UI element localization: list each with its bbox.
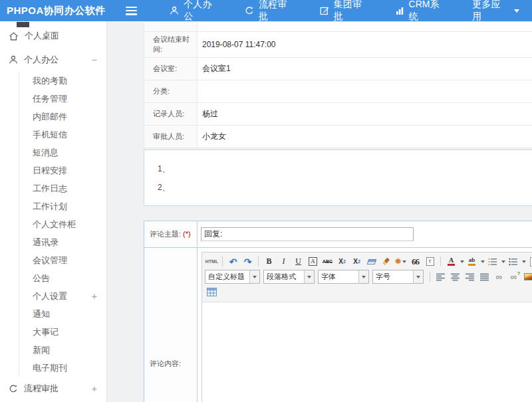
font-size-select[interactable]: 字号	[372, 270, 424, 284]
chevron-down-icon[interactable]	[358, 270, 368, 283]
nav-group-approval[interactable]: 集团审批	[307, 0, 382, 21]
underline-button[interactable]: U	[291, 255, 305, 268]
blockquote-button[interactable]: 66	[408, 255, 422, 268]
eraser-icon[interactable]	[364, 255, 378, 268]
redo-icon[interactable]: ↷	[241, 255, 255, 268]
sidebar-item-short-message[interactable]: 短消息	[19, 144, 106, 161]
auto-typeset-button[interactable]: ❋	[394, 255, 408, 268]
sidebar-item-memorabilia[interactable]: 大事记	[19, 323, 106, 341]
sidebar-item-announcements[interactable]: 公告	[19, 269, 106, 287]
table-row: 记录人员: 杨过	[144, 103, 532, 126]
chevron-down-icon[interactable]	[304, 270, 314, 283]
heading-style-select[interactable]: 自定义标题	[205, 270, 260, 284]
nav-personal-office[interactable]: 个人办公	[157, 0, 232, 21]
process-icon	[9, 384, 18, 393]
hamburger-menu-icon[interactable]	[126, 7, 138, 15]
align-center-icon[interactable]	[448, 270, 462, 284]
new-page-icon[interactable]	[527, 255, 532, 268]
summary-line: 2、	[158, 178, 532, 197]
expand-toggle[interactable]: +	[92, 384, 97, 393]
ordered-list-button[interactable]	[485, 255, 499, 268]
sidebar-item-notifications[interactable]: 通知	[19, 305, 106, 323]
sidebar-item-schedule[interactable]: 日程安排	[19, 161, 106, 179]
subscript-button[interactable]: X2	[350, 255, 364, 268]
sidebar-item-personal-office[interactable]: 个人办公 −	[0, 48, 106, 72]
home-icon	[9, 31, 19, 41]
person-icon	[170, 6, 179, 15]
bold-button[interactable]: B	[262, 255, 276, 268]
sidebar-item-tasks[interactable]: 任务管理	[19, 90, 106, 108]
meeting-detail-table: 会议结束时间: 2019-08-07 11:47:00 会议室: 会议室1 分类…	[144, 21, 532, 148]
sidebar-item-label: 公告	[33, 272, 50, 284]
sidebar-item-desktop[interactable]: 个人桌面	[0, 24, 106, 48]
superscript-button[interactable]: X2	[335, 255, 349, 268]
sidebar-item-label: 任务管理	[33, 93, 67, 105]
insert-image-icon[interactable]	[521, 270, 532, 284]
justify-icon[interactable]	[477, 270, 491, 284]
nav-label: 流程审批	[259, 0, 295, 23]
strikethrough-button[interactable]: ABC	[321, 255, 334, 268]
chevron-down-icon[interactable]	[249, 270, 259, 283]
comment-subject-input[interactable]	[201, 227, 414, 241]
meeting-summary-box: 1、 2、	[144, 150, 532, 206]
sidebar-item-label: 手机短信	[33, 129, 67, 141]
top-nav: 个人办公 流程审批 集团审批 CRM系统 更多应用	[157, 0, 532, 21]
comment-content-label: 评论内容:	[144, 248, 198, 402]
sidebar-item-label: 个人设置	[33, 290, 67, 302]
sidebar-item-work-plan[interactable]: 工作计划	[19, 197, 106, 215]
sidebar-item-label: 我的考勤	[33, 75, 67, 87]
chevron-down-icon	[514, 9, 519, 13]
sidebar-item-work-log[interactable]: 工作日志	[19, 179, 106, 197]
sidebar-item-label: 通知	[33, 308, 50, 320]
sidebar-item-contacts[interactable]: 通讯录	[19, 233, 106, 251]
chevron-down-icon	[481, 260, 485, 263]
paragraph-format-select[interactable]: 段落格式	[263, 270, 315, 284]
highlight-color-button[interactable]: ab	[465, 255, 479, 268]
sidebar-item-news[interactable]: 新闻	[19, 341, 106, 359]
field-value: 杨过	[198, 103, 532, 126]
sidebar-item-personal-settings[interactable]: 个人设置 +	[19, 287, 106, 305]
html-source-button[interactable]: HTML	[205, 255, 219, 268]
paste-word-icon[interactable]: T	[423, 255, 437, 268]
nav-crm[interactable]: CRM系统	[382, 0, 460, 21]
sidebar-item-attendance[interactable]: 我的考勤	[19, 72, 106, 90]
align-left-icon[interactable]	[434, 270, 448, 284]
nav-label: 更多应用	[472, 0, 508, 23]
main-content: 会议结束时间: 2019-08-07 11:47:00 会议室: 会议室1 分类…	[107, 21, 532, 402]
field-value: 会议室1	[198, 58, 532, 80]
format-brush-icon[interactable]	[379, 255, 393, 268]
nav-more-apps[interactable]: 更多应用	[460, 0, 532, 21]
table-row: 会议结束时间: 2019-08-07 11:47:00	[144, 32, 532, 58]
font-color-button[interactable]: A	[444, 255, 458, 268]
italic-button[interactable]: I	[277, 255, 291, 268]
chevron-down-icon	[460, 260, 464, 263]
insert-table-icon[interactable]	[205, 286, 219, 299]
font-family-select[interactable]: 字体	[318, 270, 369, 284]
sidebar-item-label: 通讯录	[33, 237, 59, 249]
nav-workflow-approval[interactable]: 流程审批	[232, 0, 307, 21]
unordered-list-button[interactable]	[506, 255, 520, 268]
summary-line: 1、	[158, 159, 532, 178]
expand-toggle[interactable]: +	[92, 292, 97, 301]
sidebar-item-file-cabinet[interactable]: 个人文件柜	[19, 215, 106, 233]
align-right-icon[interactable]	[463, 270, 477, 284]
sidebar-item-e-journal[interactable]: 电子期刊	[19, 359, 106, 377]
scroll-artifact	[17, 22, 29, 27]
sidebar-item-internal-mail[interactable]: 内部邮件	[19, 108, 106, 126]
sidebar-item-workflow-approval[interactable]: 流程审批 +	[0, 377, 106, 401]
sidebar-item-label: 电子期刊	[33, 362, 67, 374]
collapse-toggle[interactable]: −	[92, 55, 97, 64]
sidebar-item-sms[interactable]: 手机短信	[19, 126, 106, 144]
required-mark: (*)	[183, 230, 191, 238]
sidebar-item-meetings[interactable]: 会议管理	[19, 251, 106, 269]
link-icon[interactable]: ∞	[492, 270, 506, 284]
font-border-button[interactable]: A	[309, 257, 317, 266]
bar-chart-icon	[395, 6, 404, 15]
nav-label: CRM系统	[409, 0, 448, 23]
undo-icon[interactable]: ↶	[226, 255, 240, 268]
editor-content[interactable]	[202, 302, 532, 402]
nav-label: 集团审批	[334, 0, 370, 23]
field-value: 2019-08-07 11:47:00	[198, 32, 532, 58]
chevron-down-icon[interactable]	[413, 270, 423, 283]
unlink-icon[interactable]: ∞?	[507, 270, 521, 284]
